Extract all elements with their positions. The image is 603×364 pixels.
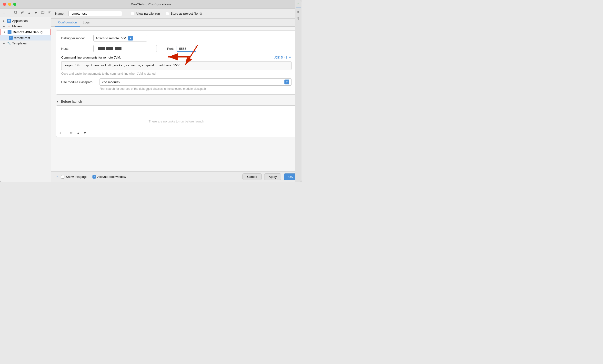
host-block-2	[106, 47, 113, 50]
debugger-mode-row: Debugger mode: Attach to remote JVM ▼	[61, 35, 291, 41]
module-value: <no module>	[102, 80, 120, 84]
cmdline-header-row: Command line arguments for remote JVM: J…	[61, 56, 291, 59]
jdk-label: JDK 5 - 8	[274, 56, 287, 59]
parallel-run-option: Allow parallel run	[131, 12, 160, 15]
before-launch-remove-button[interactable]: −	[64, 130, 68, 135]
tree-arrow-remote-jvm: ▼	[3, 31, 6, 34]
port-input[interactable]	[177, 46, 196, 52]
debugger-mode-value: Attach to remote JVM	[96, 36, 126, 40]
port-label: Port:	[167, 47, 174, 50]
activate-window-label: Activate tool window	[97, 175, 126, 179]
main-content: + − ▲ ▼	[0, 9, 302, 182]
window-controls	[3, 3, 16, 6]
move-up-button[interactable]: ▲	[26, 11, 32, 15]
templates-icon: 🔧	[7, 41, 11, 45]
store-project-gear-button[interactable]: ⚙	[199, 12, 202, 16]
collapse-arrow-icon: ▼	[56, 100, 59, 103]
empty-tasks-text: There are no tasks to run before launch	[149, 119, 204, 123]
footer-buttons: Cancel Apply OK	[243, 174, 298, 180]
show-page-checkbox[interactable]	[61, 175, 64, 179]
remote-jvm-icon: ⇔	[8, 30, 12, 34]
debugger-mode-label: Debugger mode:	[61, 36, 91, 40]
activate-window-checkbox[interactable]: ✓	[93, 175, 96, 179]
right-panel: Name: Allow parallel run Store as projec…	[51, 9, 302, 182]
tree-item-remote-jvm-debug[interactable]: ▼ ⇔ Remote JVM Debug	[0, 29, 51, 35]
before-launch-edit-button[interactable]: ✏	[69, 130, 74, 135]
maven-label: Maven	[12, 24, 22, 28]
activate-window-option: ✓ Activate tool window	[93, 175, 126, 179]
before-launch-down-button[interactable]: ▼	[82, 130, 88, 135]
store-project-checkbox[interactable]	[166, 12, 169, 15]
add-config-button[interactable]: +	[2, 11, 6, 15]
remove-config-button[interactable]: −	[7, 11, 11, 15]
before-launch-section: ▼ Before launch There are no tasks to ru…	[56, 98, 297, 137]
parallel-run-label: Allow parallel run	[136, 12, 160, 15]
cmdline-hint: Copy and paste the arguments to the comm…	[61, 72, 291, 75]
folder-button[interactable]	[40, 10, 45, 15]
maximize-button[interactable]	[13, 3, 16, 6]
tab-logs[interactable]: Logs	[80, 19, 93, 27]
tree-item-remote-test[interactable]: ⇔ remote-test	[0, 35, 51, 40]
jdk-arrow-icon: ▼	[288, 56, 291, 59]
host-port-row: Host: Port:	[61, 45, 291, 52]
maven-icon: m	[7, 24, 11, 28]
tree-item-templates[interactable]: ▶ 🔧 Templates	[0, 40, 51, 46]
before-launch-header[interactable]: ▼ Before launch	[56, 98, 297, 106]
before-launch-label: Before launch	[61, 100, 82, 104]
titlebar: Run/Debug Configurations	[0, 0, 302, 9]
host-block-3	[115, 47, 121, 50]
help-button[interactable]: ?	[55, 175, 59, 179]
before-launch-add-button[interactable]: +	[58, 130, 62, 135]
application-label: Application	[12, 19, 28, 23]
application-icon: ☰	[7, 19, 11, 23]
sort-icon	[48, 11, 51, 14]
host-blocks	[96, 46, 123, 51]
remote-test-label: remote-test	[14, 36, 30, 40]
parallel-run-checkbox[interactable]	[131, 12, 134, 15]
minimize-button[interactable]	[8, 3, 11, 6]
edge-list-button[interactable]: ≡	[296, 10, 301, 15]
debugger-mode-select[interactable]: Attach to remote JVM ▼	[93, 35, 147, 41]
config-tree: ▶ ☰ Application ▶ m Maven ▼ ⇔ Remote JVM…	[0, 17, 51, 182]
tree-arrow-application: ▶	[3, 20, 6, 22]
module-select[interactable]: <no module> ▼	[100, 78, 291, 86]
left-toolbar: + − ▲ ▼	[0, 9, 51, 17]
remote-jvm-debug-label: Remote JVM Debug	[13, 30, 42, 34]
main-form-section: Debugger mode: Attach to remote JVM ▼ Ho…	[56, 31, 297, 95]
before-launch-content: There are no tasks to run before launch …	[56, 106, 297, 137]
templates-label: Templates	[12, 41, 27, 45]
window-title: Run/Debug Configurations	[130, 2, 171, 6]
tree-item-maven[interactable]: ▶ m Maven	[0, 23, 51, 29]
footer-left: ? Show this page ✓ Activate tool window	[55, 175, 126, 179]
move-down-button[interactable]: ▼	[33, 11, 38, 15]
jdk-select[interactable]: JDK 5 - 8 ▼	[274, 56, 291, 59]
left-panel: + − ▲ ▼	[0, 9, 51, 182]
settings-button[interactable]	[20, 10, 25, 15]
module-row: Use module classpath: <no module> ▼	[61, 78, 291, 86]
host-label: Host:	[61, 47, 91, 50]
host-input[interactable]	[93, 45, 157, 52]
module-hint: First search for sources of the debugged…	[61, 87, 291, 91]
show-page-option: Show this page	[61, 175, 88, 179]
tab-configuration[interactable]: Configuration	[55, 19, 80, 27]
store-project-option: Store as project file ⚙	[166, 12, 202, 16]
tree-item-application[interactable]: ▶ ☰ Application	[0, 18, 51, 23]
remote-test-icon: ⇔	[9, 36, 13, 40]
host-block-1	[98, 47, 105, 50]
close-button[interactable]	[3, 3, 6, 6]
folder-icon	[41, 11, 44, 14]
apply-button[interactable]: Apply	[264, 174, 281, 180]
copy-config-button[interactable]	[13, 10, 18, 15]
store-project-label: Store as project file	[171, 12, 197, 15]
tree-arrow-templates: ▶	[3, 42, 6, 45]
cancel-button[interactable]: Cancel	[243, 174, 262, 180]
debugger-mode-arrow-icon: ▼	[128, 36, 133, 40]
config-content: Debugger mode: Attach to remote JVM ▼ Ho…	[51, 27, 302, 171]
show-page-label: Show this page	[66, 175, 88, 179]
cmdline-box: -agentlib:jdwp=transport=dt_socket,serve…	[61, 61, 291, 70]
name-input[interactable]	[68, 11, 122, 16]
edge-list2-button[interactable]: ⇅	[296, 16, 301, 21]
svg-rect-1	[15, 11, 17, 13]
before-launch-up-button[interactable]: ▲	[75, 130, 81, 135]
copy-icon	[14, 11, 17, 14]
